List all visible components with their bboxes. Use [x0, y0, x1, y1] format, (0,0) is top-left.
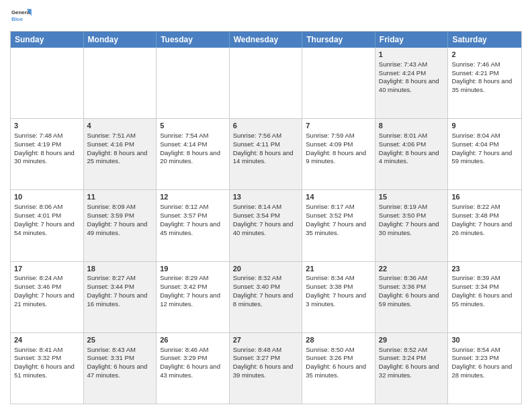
calendar-cell-13: 13Sunrise: 8:14 AM Sunset: 3:54 PM Dayli… [230, 190, 303, 261]
day-info: Sunrise: 8:22 AM Sunset: 3:48 PM Dayligh… [451, 203, 512, 236]
calendar-cell-18: 18Sunrise: 8:27 AM Sunset: 3:44 PM Dayli… [84, 262, 157, 332]
day-info: Sunrise: 8:01 AM Sunset: 4:06 PM Dayligh… [379, 132, 439, 165]
day-number: 4 [87, 121, 153, 131]
day-info: Sunrise: 8:54 AM Sunset: 3:23 PM Dayligh… [451, 346, 512, 379]
day-info: Sunrise: 8:46 AM Sunset: 3:29 PM Dayligh… [160, 346, 220, 379]
day-info: Sunrise: 8:04 AM Sunset: 4:04 PM Dayligh… [451, 132, 512, 165]
calendar-cell-1: 1Sunrise: 7:43 AM Sunset: 4:24 PM Daylig… [375, 48, 449, 118]
day-info: Sunrise: 8:19 AM Sunset: 3:50 PM Dayligh… [379, 203, 439, 236]
day-number: 26 [160, 335, 226, 345]
day-number: 8 [379, 121, 445, 131]
calendar-cell-7: 7Sunrise: 7:59 AM Sunset: 4:09 PM Daylig… [302, 119, 375, 189]
day-number: 10 [14, 192, 80, 202]
day-number: 20 [233, 264, 299, 274]
day-number: 6 [233, 121, 299, 131]
calendar-cell-empty-0-2 [157, 48, 230, 118]
calendar-cell-29: 29Sunrise: 8:52 AM Sunset: 3:24 PM Dayli… [375, 333, 449, 404]
header-day-sunday: Sunday [11, 32, 84, 48]
day-info: Sunrise: 8:24 AM Sunset: 3:46 PM Dayligh… [14, 274, 75, 307]
day-number: 23 [451, 264, 518, 274]
calendar-row-2: 10Sunrise: 8:06 AM Sunset: 4:01 PM Dayli… [11, 189, 521, 261]
day-info: Sunrise: 8:09 AM Sunset: 3:59 PM Dayligh… [87, 203, 148, 236]
calendar: SundayMondayTuesdayWednesdayThursdayFrid… [10, 31, 522, 404]
day-info: Sunrise: 8:34 AM Sunset: 3:38 PM Dayligh… [306, 274, 366, 307]
calendar-row-0: 1Sunrise: 7:43 AM Sunset: 4:24 PM Daylig… [11, 48, 521, 118]
day-number: 24 [14, 335, 80, 345]
calendar-cell-11: 11Sunrise: 8:09 AM Sunset: 3:59 PM Dayli… [84, 190, 157, 261]
day-number: 1 [379, 50, 445, 60]
calendar-cell-21: 21Sunrise: 8:34 AM Sunset: 3:38 PM Dayli… [302, 262, 375, 332]
logo: General Blue [10, 7, 32, 26]
header: General Blue [10, 7, 522, 26]
day-info: Sunrise: 7:46 AM Sunset: 4:21 PM Dayligh… [451, 60, 512, 93]
day-info: Sunrise: 8:39 AM Sunset: 3:34 PM Dayligh… [451, 274, 512, 307]
day-number: 21 [306, 264, 371, 274]
day-number: 28 [306, 335, 371, 345]
day-info: Sunrise: 8:41 AM Sunset: 3:32 PM Dayligh… [14, 346, 75, 379]
calendar-cell-25: 25Sunrise: 8:43 AM Sunset: 3:31 PM Dayli… [84, 333, 157, 404]
calendar-cell-8: 8Sunrise: 8:01 AM Sunset: 4:06 PM Daylig… [375, 119, 449, 189]
page: General Blue SundayMondayTuesdayWednesda… [0, 0, 532, 411]
calendar-cell-23: 23Sunrise: 8:39 AM Sunset: 3:34 PM Dayli… [448, 262, 521, 332]
calendar-cell-empty-0-1 [84, 48, 157, 118]
day-number: 19 [160, 264, 226, 274]
calendar-cell-27: 27Sunrise: 8:48 AM Sunset: 3:27 PM Dayli… [230, 333, 303, 404]
calendar-cell-9: 9Sunrise: 8:04 AM Sunset: 4:04 PM Daylig… [448, 119, 521, 189]
day-number: 22 [379, 264, 445, 274]
calendar-cell-15: 15Sunrise: 8:19 AM Sunset: 3:50 PM Dayli… [375, 190, 449, 261]
calendar-cell-12: 12Sunrise: 8:12 AM Sunset: 3:57 PM Dayli… [157, 190, 230, 261]
day-info: Sunrise: 7:56 AM Sunset: 4:11 PM Dayligh… [233, 132, 294, 165]
calendar-cell-3: 3Sunrise: 7:48 AM Sunset: 4:19 PM Daylig… [11, 119, 84, 189]
calendar-cell-26: 26Sunrise: 8:46 AM Sunset: 3:29 PM Dayli… [157, 333, 230, 404]
svg-text:Blue: Blue [11, 16, 24, 22]
day-number: 30 [451, 335, 518, 345]
day-info: Sunrise: 8:06 AM Sunset: 4:01 PM Dayligh… [14, 203, 75, 236]
calendar-row-4: 24Sunrise: 8:41 AM Sunset: 3:32 PM Dayli… [11, 332, 521, 404]
calendar-cell-4: 4Sunrise: 7:51 AM Sunset: 4:16 PM Daylig… [84, 119, 157, 189]
calendar-cell-20: 20Sunrise: 8:32 AM Sunset: 3:40 PM Dayli… [230, 262, 303, 332]
calendar-cell-30: 30Sunrise: 8:54 AM Sunset: 3:23 PM Dayli… [448, 333, 521, 404]
day-info: Sunrise: 8:52 AM Sunset: 3:24 PM Dayligh… [379, 346, 439, 379]
day-info: Sunrise: 8:50 AM Sunset: 3:26 PM Dayligh… [306, 346, 366, 379]
calendar-cell-5: 5Sunrise: 7:54 AM Sunset: 4:14 PM Daylig… [157, 119, 230, 189]
header-day-wednesday: Wednesday [230, 32, 303, 48]
day-info: Sunrise: 8:14 AM Sunset: 3:54 PM Dayligh… [233, 203, 294, 236]
calendar-cell-28: 28Sunrise: 8:50 AM Sunset: 3:26 PM Dayli… [302, 333, 375, 404]
day-number: 3 [14, 121, 80, 131]
day-info: Sunrise: 8:12 AM Sunset: 3:57 PM Dayligh… [160, 203, 220, 236]
calendar-body: 1Sunrise: 7:43 AM Sunset: 4:24 PM Daylig… [11, 48, 521, 404]
day-number: 5 [160, 121, 226, 131]
day-number: 27 [233, 335, 299, 345]
calendar-cell-24: 24Sunrise: 8:41 AM Sunset: 3:32 PM Dayli… [11, 333, 84, 404]
day-number: 25 [87, 335, 153, 345]
header-day-friday: Friday [375, 32, 449, 48]
day-info: Sunrise: 8:32 AM Sunset: 3:40 PM Dayligh… [233, 274, 294, 307]
header-day-saturday: Saturday [448, 32, 521, 48]
calendar-cell-16: 16Sunrise: 8:22 AM Sunset: 3:48 PM Dayli… [448, 190, 521, 261]
calendar-cell-empty-0-3 [230, 48, 303, 118]
day-number: 7 [306, 121, 371, 131]
calendar-cell-14: 14Sunrise: 8:17 AM Sunset: 3:52 PM Dayli… [302, 190, 375, 261]
day-number: 14 [306, 192, 371, 202]
day-info: Sunrise: 8:43 AM Sunset: 3:31 PM Dayligh… [87, 346, 148, 379]
day-number: 29 [379, 335, 445, 345]
header-day-thursday: Thursday [302, 32, 375, 48]
calendar-cell-17: 17Sunrise: 8:24 AM Sunset: 3:46 PM Dayli… [11, 262, 84, 332]
day-info: Sunrise: 7:43 AM Sunset: 4:24 PM Dayligh… [379, 60, 439, 93]
header-day-monday: Monday [84, 32, 157, 48]
logo-icon: General Blue [10, 7, 32, 26]
calendar-cell-2: 2Sunrise: 7:46 AM Sunset: 4:21 PM Daylig… [448, 48, 521, 118]
day-number: 9 [451, 121, 518, 131]
day-info: Sunrise: 8:17 AM Sunset: 3:52 PM Dayligh… [306, 203, 366, 236]
day-number: 15 [379, 192, 445, 202]
calendar-cell-empty-0-4 [302, 48, 375, 118]
day-number: 13 [233, 192, 299, 202]
calendar-row-3: 17Sunrise: 8:24 AM Sunset: 3:46 PM Dayli… [11, 261, 521, 332]
day-info: Sunrise: 7:48 AM Sunset: 4:19 PM Dayligh… [14, 132, 75, 165]
day-info: Sunrise: 7:59 AM Sunset: 4:09 PM Dayligh… [306, 132, 366, 165]
day-info: Sunrise: 8:29 AM Sunset: 3:42 PM Dayligh… [160, 274, 220, 307]
calendar-cell-10: 10Sunrise: 8:06 AM Sunset: 4:01 PM Dayli… [11, 190, 84, 261]
day-info: Sunrise: 7:51 AM Sunset: 4:16 PM Dayligh… [87, 132, 148, 165]
day-info: Sunrise: 8:27 AM Sunset: 3:44 PM Dayligh… [87, 274, 148, 307]
day-number: 17 [14, 264, 80, 274]
